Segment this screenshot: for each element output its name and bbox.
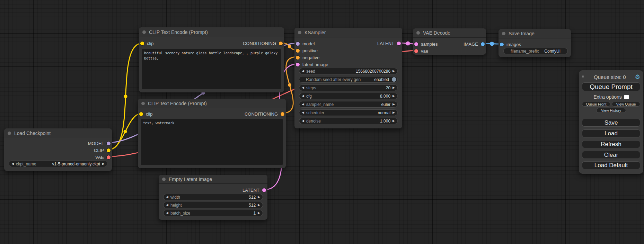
node-clip-text-encode-negative[interactable]: CLIP Text Encode (Prompt) clip CONDITION…: [138, 99, 286, 168]
negative-input-port[interactable]: [296, 56, 300, 60]
clip-output-label: CLIP: [94, 148, 104, 153]
output-row-model: MODEL: [4, 140, 112, 147]
load-button[interactable]: Load: [582, 129, 640, 137]
ckpt-name-widget[interactable]: ◀ ckpt_name v1-5-pruned-emaonly.ckpt ▶: [9, 161, 107, 167]
node-title-bar[interactable]: Empty Latent Image: [159, 175, 267, 184]
collapse-dot-icon[interactable]: [8, 132, 11, 135]
node-empty-latent-image[interactable]: Empty Latent Image LATENT ◀ width 512 ▶ …: [159, 175, 267, 220]
node-clip-text-encode-positive[interactable]: CLIP Text Encode (Prompt) clip CONDITION…: [139, 27, 284, 92]
queue-prompt-button[interactable]: Queue Prompt: [582, 82, 640, 91]
conditioning-output-port[interactable]: [279, 42, 283, 45]
clip-input-port[interactable]: [139, 112, 143, 116]
decrement-arrow-icon[interactable]: ◀: [302, 86, 304, 89]
widget-value: ComfyUI: [544, 49, 561, 54]
batch-size-widget[interactable]: ◀ batch_size 1 ▶: [163, 210, 263, 216]
clip-output-port[interactable]: [107, 148, 111, 152]
samples-input-port[interactable]: [414, 42, 418, 46]
decrement-arrow-icon[interactable]: ◀: [302, 70, 304, 73]
widget-name: Random seed after every gen: [306, 77, 361, 82]
random-seed-toggle-widget[interactable]: Random seed after every gen enabled: [299, 76, 398, 83]
decrement-arrow-icon[interactable]: ◀: [166, 211, 168, 215]
decrement-arrow-icon[interactable]: ◀: [302, 94, 304, 98]
seed-widget[interactable]: ◀ seed 156680208700286 ▶: [299, 68, 398, 74]
decrement-arrow-icon[interactable]: ◀: [11, 162, 14, 165]
collapse-dot-icon[interactable]: [162, 178, 166, 181]
drag-handle-icon[interactable]: [582, 75, 585, 79]
node-title-bar[interactable]: VAE Decode: [413, 28, 486, 38]
conditioning-output-label: CONDITIONING: [245, 111, 278, 117]
latent-image-input-port[interactable]: [296, 63, 300, 66]
images-input-port[interactable]: [500, 43, 504, 46]
collapse-dot-icon[interactable]: [298, 31, 301, 34]
increment-arrow-icon[interactable]: ▶: [258, 196, 260, 199]
decrement-arrow-icon[interactable]: ◀: [302, 119, 304, 123]
node-vae-decode[interactable]: VAE Decode samples IMAGE vae: [413, 28, 486, 55]
conditioning-output-port[interactable]: [281, 112, 284, 116]
model-output-port[interactable]: [107, 142, 111, 145]
decrement-arrow-icon[interactable]: ◀: [302, 103, 304, 106]
load-default-button[interactable]: Load Default: [582, 161, 640, 169]
vae-input-label: vae: [421, 48, 428, 54]
save-button[interactable]: Save: [582, 119, 640, 127]
increment-arrow-icon[interactable]: ▶: [392, 86, 395, 89]
increment-arrow-icon[interactable]: ▶: [392, 111, 395, 114]
decrement-arrow-icon[interactable]: ◀: [166, 196, 168, 199]
decrement-arrow-icon[interactable]: ◀: [302, 111, 304, 114]
denoise-widget[interactable]: ◀ denoise 1.000 ▶: [299, 118, 398, 124]
width-widget[interactable]: ◀ width 512 ▶: [163, 194, 263, 200]
settings-gear-icon[interactable]: ⚙: [635, 74, 640, 80]
collapse-dot-icon[interactable]: [141, 102, 145, 105]
queue-panel: Queue size: 0 ⚙ Queue Prompt Extra optio…: [579, 70, 643, 174]
view-queue-button[interactable]: View Queue: [612, 102, 640, 107]
image-output-port[interactable]: [481, 42, 485, 46]
positive-input-port[interactable]: [296, 49, 300, 53]
negative-prompt-textarea[interactable]: text, watermark: [141, 119, 283, 165]
link-midpoint-dot: [124, 130, 127, 133]
increment-arrow-icon[interactable]: ▶: [102, 162, 105, 165]
latent-output-port[interactable]: [397, 42, 401, 45]
node-title-bar[interactable]: CLIP Text Encode (Prompt): [139, 27, 284, 37]
vae-input-port[interactable]: [414, 49, 418, 53]
node-load-checkpoint[interactable]: Load Checkpoint MODEL CLIP VAE ◀ ckpt_na…: [4, 128, 112, 171]
decrement-arrow-icon[interactable]: ◀: [166, 204, 168, 207]
output-row-latent: LATENT: [159, 187, 267, 193]
node-save-image[interactable]: Save Image images filename_prefix ComfyU…: [499, 29, 571, 57]
model-input-port[interactable]: [296, 42, 300, 46]
increment-arrow-icon[interactable]: ▶: [258, 204, 260, 207]
comfyui-canvas[interactable]: Load Checkpoint MODEL CLIP VAE ◀ ckpt_na…: [0, 0, 644, 244]
sampler-name-widget[interactable]: ◀ sampler_name euler ▶: [299, 101, 398, 108]
increment-arrow-icon[interactable]: ▶: [392, 70, 395, 73]
node-title-bar[interactable]: CLIP Text Encode (Prompt): [138, 99, 286, 108]
widget-value: euler: [381, 102, 390, 107]
negative-input-label: negative: [302, 55, 319, 60]
clear-button[interactable]: Clear: [582, 151, 640, 159]
image-output-label: IMAGE: [464, 42, 478, 47]
collapse-dot-icon[interactable]: [142, 30, 146, 34]
latent-image-input-label: latent_image: [302, 62, 328, 67]
refresh-button[interactable]: Refresh: [582, 140, 640, 148]
extra-options-checkbox[interactable]: [624, 95, 629, 99]
view-history-button[interactable]: View History: [596, 108, 626, 113]
scheduler-widget[interactable]: ◀ scheduler normal ▶: [299, 109, 398, 116]
node-title: KSampler: [305, 30, 326, 35]
node-title-bar[interactable]: KSampler: [294, 28, 402, 37]
filename-prefix-widget[interactable]: filename_prefix ComfyUI: [503, 48, 568, 54]
collapse-dot-icon[interactable]: [416, 31, 420, 35]
increment-arrow-icon[interactable]: ▶: [392, 119, 395, 123]
increment-arrow-icon[interactable]: ▶: [258, 211, 260, 215]
cfg-widget[interactable]: ◀ cfg 8.000 ▶: [299, 93, 398, 99]
increment-arrow-icon[interactable]: ▶: [392, 94, 395, 98]
latent-output-port[interactable]: [262, 188, 266, 192]
height-widget[interactable]: ◀ height 512 ▶: [163, 202, 263, 208]
node-title-bar[interactable]: Load Checkpoint: [4, 128, 112, 138]
node-title-bar[interactable]: Save Image: [499, 29, 571, 38]
steps-widget[interactable]: ◀ steps 20 ▶: [299, 84, 398, 91]
clip-input-port[interactable]: [140, 42, 144, 45]
collapse-dot-icon[interactable]: [502, 32, 505, 35]
node-ksampler[interactable]: KSampler model positive negative latent_…: [294, 28, 402, 128]
increment-arrow-icon[interactable]: ▶: [392, 103, 395, 106]
toggle-knob[interactable]: [392, 77, 396, 82]
queue-front-button[interactable]: Queue Front: [582, 102, 610, 107]
positive-prompt-textarea[interactable]: beautiful scenery nature glass bottle la…: [142, 49, 281, 89]
vae-output-port[interactable]: [107, 155, 111, 159]
